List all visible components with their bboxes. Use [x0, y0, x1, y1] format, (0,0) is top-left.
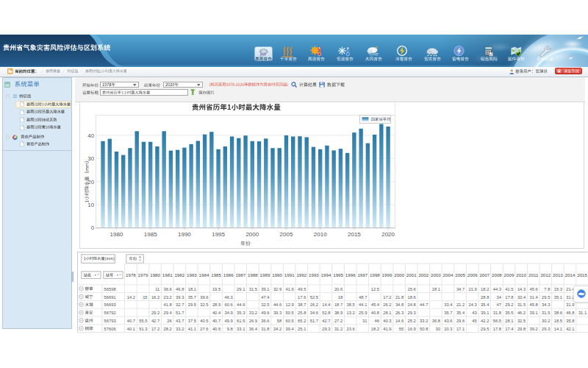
svg-text:12.9: 12.9 — [286, 302, 294, 307]
svg-text:45: 45 — [472, 319, 476, 323]
svg-text:29.1: 29.1 — [237, 287, 245, 291]
svg-text:42.2: 42.2 — [481, 319, 489, 323]
svg-text:1990: 1990 — [272, 272, 282, 277]
svg-text:26.2: 26.2 — [383, 302, 391, 307]
svg-text:37.5: 37.5 — [188, 319, 196, 323]
svg-text:26.3: 26.3 — [395, 311, 404, 315]
svg-text:19.5: 19.5 — [212, 287, 220, 291]
svg-text:18.6: 18.6 — [408, 295, 416, 300]
svg-text:43.6: 43.6 — [444, 319, 452, 323]
svg-text:36.4: 36.4 — [249, 327, 258, 331]
svg-text:24.8: 24.8 — [408, 302, 416, 307]
svg-text:2005: 2005 — [279, 231, 293, 238]
svg-text:46.8: 46.8 — [566, 311, 574, 315]
svg-text:31.5: 31.5 — [542, 311, 550, 315]
svg-text:1991: 1991 — [284, 272, 295, 277]
svg-text:14.6: 14.6 — [395, 319, 404, 323]
svg-text:44.6: 44.6 — [273, 302, 282, 307]
svg-text:28.9: 28.9 — [212, 302, 220, 307]
svg-text:46.2: 46.2 — [517, 311, 526, 315]
svg-text:17.2: 17.2 — [383, 295, 391, 300]
svg-text:28.1: 28.1 — [383, 311, 391, 315]
svg-text:2004: 2004 — [443, 272, 453, 277]
svg-text:44.7: 44.7 — [420, 302, 428, 307]
svg-text:32.7: 32.7 — [176, 302, 184, 307]
svg-text:31.5: 31.5 — [249, 287, 257, 291]
svg-text:1985: 1985 — [143, 231, 157, 238]
svg-text:17.2: 17.2 — [151, 327, 159, 331]
svg-text:29.3: 29.3 — [408, 311, 416, 315]
svg-text:29.6: 29.6 — [456, 319, 465, 323]
svg-text:32.5: 32.5 — [517, 319, 526, 323]
svg-text:32.9: 32.9 — [273, 287, 282, 291]
svg-text:50.8: 50.8 — [420, 327, 428, 331]
svg-text:29.4: 29.4 — [164, 311, 173, 315]
svg-text:25.8: 25.8 — [298, 311, 306, 315]
svg-text:33.4: 33.4 — [444, 302, 453, 307]
svg-text:39.6: 39.6 — [200, 295, 208, 300]
svg-text:2002: 2002 — [418, 272, 429, 277]
svg-text:40.4: 40.4 — [212, 311, 221, 315]
svg-text:55.5: 55.5 — [139, 319, 147, 323]
svg-text:38.5: 38.5 — [347, 302, 355, 307]
svg-text:1978: 1978 — [126, 272, 136, 277]
svg-text:40.8: 40.8 — [371, 311, 379, 315]
svg-text:57606: 57606 — [104, 327, 116, 331]
svg-text:40.5: 40.5 — [200, 319, 208, 323]
svg-text:21.8: 21.8 — [395, 295, 404, 300]
svg-text:14.1: 14.1 — [554, 327, 562, 331]
svg-text:1985: 1985 — [211, 272, 221, 277]
svg-text:41.5: 41.5 — [505, 287, 513, 291]
svg-text:56792: 56792 — [104, 311, 116, 315]
svg-text:1979: 1979 — [138, 272, 148, 277]
svg-text:11: 11 — [155, 287, 159, 291]
svg-text:2015: 2015 — [348, 231, 361, 238]
svg-text:10: 10 — [87, 202, 94, 208]
svg-text:41.8: 41.8 — [164, 302, 172, 307]
svg-text:45.8: 45.8 — [530, 302, 538, 307]
svg-text:15: 15 — [143, 295, 147, 300]
svg-text:56793: 56793 — [104, 319, 116, 323]
svg-text:36.6: 36.6 — [164, 287, 172, 291]
svg-text:1980: 1980 — [150, 272, 160, 277]
svg-text:42.7: 42.7 — [322, 319, 330, 323]
svg-text:52.5: 52.5 — [310, 295, 318, 300]
svg-text:25.1: 25.1 — [298, 327, 306, 331]
svg-text:35.7: 35.7 — [188, 295, 196, 300]
svg-text:40.1: 40.1 — [127, 327, 135, 331]
svg-text:32.5: 32.5 — [200, 302, 208, 307]
svg-text:38.7: 38.7 — [298, 302, 306, 307]
svg-text:40.3: 40.3 — [383, 319, 391, 323]
svg-text:26: 26 — [167, 319, 171, 323]
svg-text:2003: 2003 — [431, 272, 441, 277]
svg-text:18.1: 18.1 — [432, 287, 440, 291]
svg-text:51.7: 51.7 — [310, 319, 318, 323]
svg-text:34: 34 — [497, 295, 502, 300]
svg-text:34.3: 34.3 — [542, 302, 550, 307]
svg-text:23.6: 23.6 — [347, 327, 355, 331]
svg-text:2014: 2014 — [565, 272, 576, 277]
svg-text:18.7: 18.7 — [334, 302, 343, 307]
svg-text:13.2: 13.2 — [347, 311, 355, 315]
svg-text:1996: 1996 — [345, 272, 356, 277]
svg-text:39.3: 39.3 — [176, 295, 184, 300]
svg-text:46.8: 46.8 — [176, 287, 184, 291]
svg-text:61.5: 61.5 — [237, 319, 245, 323]
svg-text:28.1: 28.1 — [505, 319, 513, 323]
svg-text:25.9: 25.9 — [359, 311, 367, 315]
svg-text:32.5: 32.5 — [261, 302, 269, 307]
svg-text:1987: 1987 — [235, 272, 245, 277]
svg-text:65.2: 65.2 — [298, 319, 306, 323]
svg-text:20.3: 20.3 — [444, 327, 452, 331]
svg-text:45.6: 45.6 — [530, 287, 538, 291]
svg-text:29.3: 29.3 — [542, 327, 550, 331]
svg-text:33.2: 33.2 — [420, 319, 428, 323]
svg-text:2009: 2009 — [504, 272, 514, 277]
svg-text:2005: 2005 — [455, 272, 465, 277]
svg-text:39.1: 39.1 — [481, 311, 489, 315]
svg-text:29.2: 29.2 — [151, 311, 159, 315]
svg-text:23.2: 23.2 — [164, 295, 172, 300]
svg-text:30: 30 — [87, 155, 94, 162]
svg-text:18.2: 18.2 — [481, 287, 489, 291]
svg-text:31.9: 31.9 — [566, 302, 574, 307]
